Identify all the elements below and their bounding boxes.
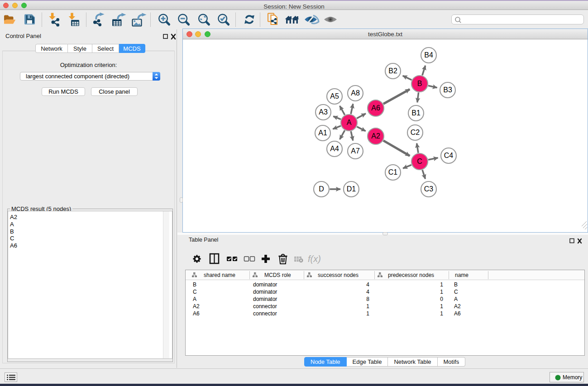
svg-text:f(x): f(x) — [308, 254, 321, 264]
svg-text:B1: B1 — [411, 109, 421, 117]
svg-text:D1: D1 — [347, 185, 356, 193]
svg-text:C2: C2 — [411, 129, 420, 136]
svg-text:B: B — [417, 80, 422, 87]
svg-text:A: A — [347, 119, 352, 126]
svg-text:C4: C4 — [444, 152, 454, 159]
svg-text:A6: A6 — [371, 104, 380, 112]
svg-text:A4: A4 — [330, 145, 339, 152]
svg-text:A5: A5 — [330, 92, 339, 100]
svg-text:C1: C1 — [388, 168, 398, 176]
svg-text:A3: A3 — [319, 108, 328, 116]
svg-text:C: C — [417, 157, 422, 165]
svg-text:C3: C3 — [424, 185, 434, 193]
svg-text:A8: A8 — [351, 89, 360, 97]
svg-text:A1: A1 — [318, 129, 327, 137]
svg-text:A7: A7 — [351, 147, 360, 155]
svg-text:B3: B3 — [443, 86, 452, 94]
svg-text:D: D — [319, 185, 324, 193]
svg-text:B2: B2 — [388, 67, 397, 75]
svg-text:A2: A2 — [371, 132, 380, 140]
svg-text:B4: B4 — [424, 51, 433, 59]
